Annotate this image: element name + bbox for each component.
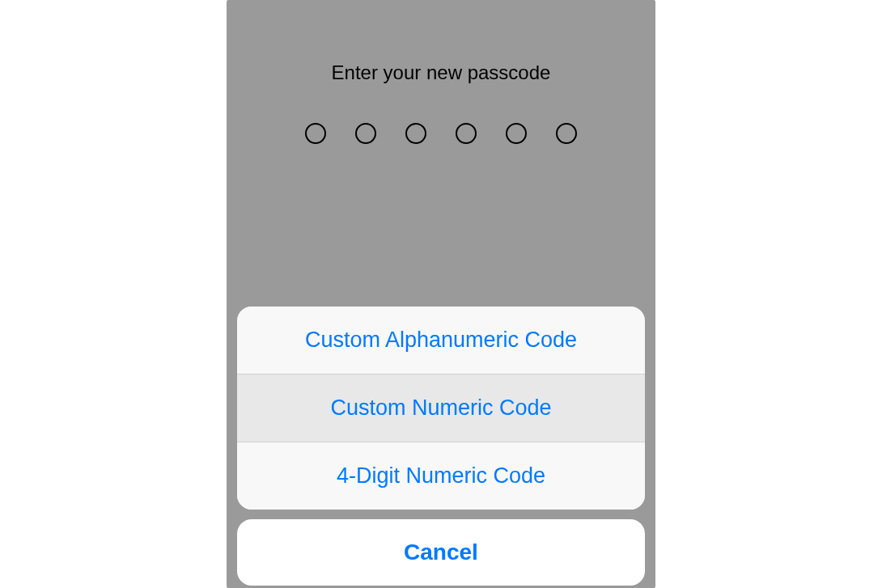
passcode-dot [305,123,326,144]
passcode-dot [405,123,426,144]
option-custom-alphanumeric[interactable]: Custom Alphanumeric Code [237,307,645,374]
passcode-dots-container [227,123,655,144]
passcode-setup-screen: Enter your new passcode Custom Alphanume… [227,0,655,588]
passcode-options-group: Custom Alphanumeric Code Custom Numeric … [237,307,645,510]
passcode-dot [556,123,577,144]
passcode-dot [456,123,477,144]
passcode-dot [355,123,376,144]
passcode-dot [506,123,527,144]
option-four-digit[interactable]: 4-Digit Numeric Code [237,442,645,510]
option-custom-numeric[interactable]: Custom Numeric Code [237,374,645,442]
cancel-button[interactable]: Cancel [237,519,645,586]
action-sheet: Custom Alphanumeric Code Custom Numeric … [227,307,655,588]
prompt-text: Enter your new passcode [227,61,655,84]
